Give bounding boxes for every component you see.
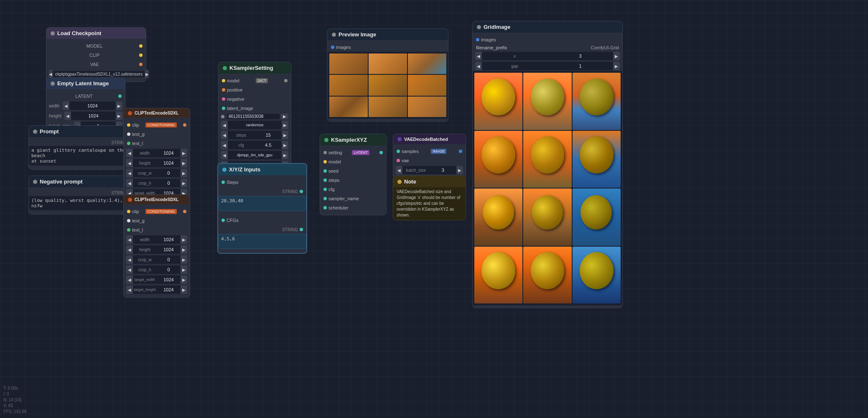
clip-bot-th-dec[interactable]: ◀ <box>126 285 133 294</box>
ks-sampler-inc[interactable]: ▶ <box>282 151 288 159</box>
clip-top-croph-dec[interactable]: ◀ <box>126 179 133 187</box>
vd-image-port[interactable] <box>459 150 462 153</box>
xyz-cfgs-out-port[interactable] <box>300 228 303 231</box>
ks-steps-dec[interactable]: ◀ <box>221 131 228 139</box>
vd-batch-dec[interactable]: ◀ <box>396 166 402 174</box>
clip-bot-height-dec[interactable]: ◀ <box>126 245 133 254</box>
clip-top-cropw-inc[interactable]: ▶ <box>181 169 187 177</box>
clip-bot-clip-port[interactable] <box>127 210 130 213</box>
clip-top-width-stepper[interactable]: ◀ width 1024 ▶ <box>126 149 187 157</box>
grid-x-dec[interactable]: ◀ <box>475 52 482 60</box>
grid-x-inc[interactable]: ▶ <box>613 52 620 60</box>
clip-top-height-stepper[interactable]: ◀ height 1024 ▶ <box>126 159 187 167</box>
kxyz-sampler-port[interactable] <box>323 197 327 200</box>
grid-gap-dec[interactable]: ◀ <box>475 62 482 70</box>
grid-gap-stepper[interactable]: ◀ gap 1 ▶ <box>475 62 620 70</box>
negative-prompt-textarea[interactable]: (low quality, worst quality:1.4), nsfw <box>29 196 137 210</box>
kxyz-latent-port[interactable] <box>379 151 383 154</box>
clip-top-cropw-stepper[interactable]: ◀ crop_w 0 ▶ <box>126 169 187 177</box>
ks-control-inc[interactable]: ▶ <box>282 121 288 129</box>
vd-samples-port[interactable] <box>397 150 400 153</box>
kxyz-seed-port[interactable] <box>323 169 327 173</box>
vd-vae-port[interactable] <box>397 159 400 162</box>
ks-latent-port[interactable] <box>222 107 225 110</box>
textl-input-port[interactable] <box>127 142 130 145</box>
ks-seed-btn[interactable]: ▶ <box>281 114 288 119</box>
kxyz-steps-port[interactable] <box>323 178 327 182</box>
ks-sampler-stepper[interactable]: ◀ dpmpp_3m_sde_gpu ▶ <box>221 151 288 159</box>
latent-output-port[interactable] <box>118 94 122 98</box>
clip-top-croph-label: crop_h <box>133 181 157 186</box>
clip-bot-width-stepper[interactable]: ◀ width 1024 ▶ <box>126 235 187 244</box>
clip-top-croph-stepper[interactable]: ◀ crop_h 0 ▶ <box>126 179 187 187</box>
grid-gap-inc[interactable]: ▶ <box>613 62 620 70</box>
clip-bot-width-inc[interactable]: ▶ <box>181 235 187 244</box>
clip-output-port[interactable] <box>139 54 143 57</box>
clip-bot-th-inc[interactable]: ▶ <box>181 285 187 294</box>
height-inc-btn[interactable]: ▶ <box>116 112 122 120</box>
xyz-cfgs-textarea[interactable]: 4,5,6 <box>218 234 306 249</box>
ks-dict-port[interactable] <box>284 79 288 82</box>
clip-bot-cropw-stepper[interactable]: ◀ crop_w 0 ▶ <box>126 255 187 264</box>
clip-bot-tw-dec[interactable]: ◀ <box>126 275 133 284</box>
model-prev-btn[interactable]: ◀ <box>49 70 52 78</box>
clip-bot-width-dec[interactable]: ◀ <box>126 235 133 244</box>
clip-input-port[interactable] <box>127 123 130 127</box>
conditioning-output-port[interactable] <box>183 123 186 127</box>
prompt-textarea[interactable]: a giant glittery cantaloupe on the beach… <box>29 146 137 166</box>
clip-top-croph-inc[interactable]: ▶ <box>181 179 187 187</box>
xyz-steps-port[interactable] <box>221 181 225 184</box>
vd-batch-inc[interactable]: ▶ <box>456 166 463 174</box>
xyz-steps-out-port[interactable] <box>300 190 303 193</box>
grid-images-port[interactable] <box>476 38 479 41</box>
ks-sampler-dec[interactable]: ◀ <box>221 151 228 159</box>
clip-bot-croph-inc[interactable]: ▶ <box>181 265 187 274</box>
ks-cfg-stepper[interactable]: ◀ cfg 4.5 ▶ <box>221 141 288 149</box>
ks-steps-stepper[interactable]: ◀ steps 15 ▶ <box>221 131 288 139</box>
clip-bot-cropw-dec[interactable]: ◀ <box>126 255 133 264</box>
clip-bot-tw-stepper[interactable]: ◀ target_width 1024 ▶ <box>126 275 187 284</box>
ks-pos-port[interactable] <box>222 88 225 92</box>
ks-steps-inc[interactable]: ▶ <box>282 131 288 139</box>
width-dec-btn[interactable]: ◀ <box>63 102 69 110</box>
kxyz-setting-port[interactable] <box>323 151 327 154</box>
xyz-steps-textarea[interactable]: 20,30,40 <box>218 196 306 211</box>
kxyz-cfg-port[interactable] <box>323 188 327 191</box>
clip-top-height-inc[interactable]: ▶ <box>181 159 187 167</box>
clip-top-height-dec[interactable]: ◀ <box>126 159 133 167</box>
grid-x-stepper[interactable]: ◀ x 3 ▶ <box>475 52 620 60</box>
clip-top-width-inc[interactable]: ▶ <box>181 149 187 157</box>
clip-bot-height-stepper[interactable]: ◀ height 1024 ▶ <box>126 245 187 254</box>
model-next-btn[interactable]: ▶ <box>145 70 149 78</box>
model-output-port[interactable] <box>139 44 143 48</box>
height-dec-btn[interactable]: ◀ <box>64 112 71 120</box>
grid-cell <box>573 247 621 304</box>
textg-input-port[interactable] <box>127 133 130 136</box>
clip-bot-croph-stepper[interactable]: ◀ crop_h 0 ▶ <box>126 265 187 274</box>
ks-cfg-dec[interactable]: ◀ <box>221 141 228 149</box>
clip-top-width-dec[interactable]: ◀ <box>126 149 133 157</box>
clip-bot-textl-port[interactable] <box>127 228 130 232</box>
clip-bot-croph-dec[interactable]: ◀ <box>126 265 133 274</box>
clip-bot-height-inc[interactable]: ▶ <box>181 245 187 254</box>
clip-bot-tw-inc[interactable]: ▶ <box>181 275 187 284</box>
ks-model-port[interactable] <box>222 79 225 82</box>
vae-output-port[interactable] <box>139 63 143 66</box>
ks-cfg-inc[interactable]: ▶ <box>282 141 288 149</box>
vd-batch-stepper[interactable]: ◀ batch_size 3 ▶ <box>396 166 463 174</box>
xyz-cfgs-port[interactable] <box>221 219 225 222</box>
ks-control-dec[interactable]: ◀ <box>221 121 228 129</box>
preview-images-port[interactable] <box>331 46 334 49</box>
ks-control-stepper[interactable]: ◀ randomize ▶ <box>221 121 288 129</box>
clip-bot-textg-port[interactable] <box>127 219 130 222</box>
clip-bot-th-stepper[interactable]: ◀ target_height 1024 ▶ <box>126 285 187 294</box>
clip-top-cropw-dec[interactable]: ◀ <box>126 169 133 177</box>
width-stepper[interactable]: ◀ 1024 ▶ <box>63 102 122 110</box>
kxyz-scheduler-port[interactable] <box>323 206 327 209</box>
clip-bot-cropw-inc[interactable]: ▶ <box>181 255 187 264</box>
height-stepper[interactable]: ◀ 1024 ▶ <box>64 112 122 120</box>
ks-neg-port[interactable] <box>222 97 225 101</box>
width-inc-btn[interactable]: ▶ <box>116 102 122 110</box>
clip-bot-cond-port[interactable] <box>183 210 186 213</box>
kxyz-model-port[interactable] <box>323 160 327 163</box>
